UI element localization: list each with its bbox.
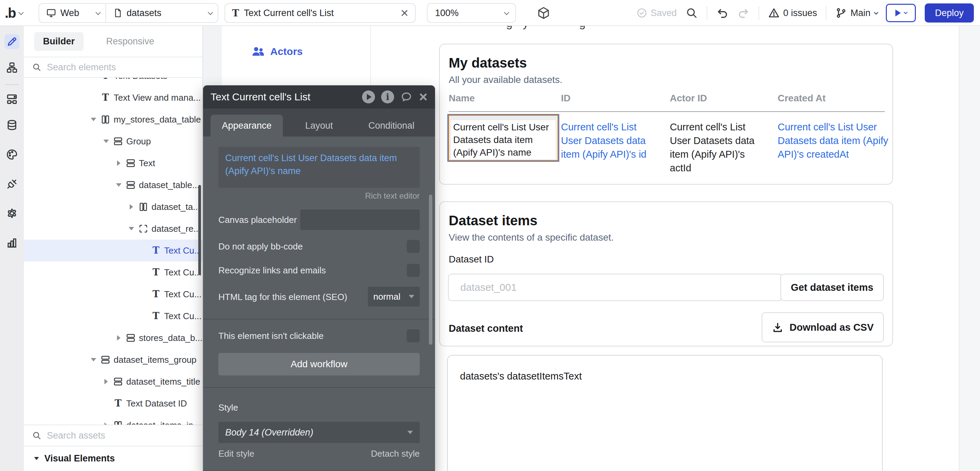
page-side-nav: Actors: [222, 26, 371, 85]
tree-item-dataset-items-group[interactable]: dataset_items_group: [24, 349, 202, 371]
text-expression-input[interactable]: Current cell's List User Datasets data i…: [218, 147, 420, 188]
tab-conditional[interactable]: Conditional: [355, 115, 428, 137]
canvas-placeholder-input[interactable]: [300, 210, 420, 230]
tree-item-label: dataset_table...: [139, 180, 200, 191]
chevron-right-icon[interactable]: [114, 161, 124, 166]
tree-item-text[interactable]: Text: [24, 152, 202, 174]
chevron-down-icon[interactable]: [101, 140, 111, 143]
text-element-icon: T: [149, 289, 163, 299]
columns-element-icon: [99, 115, 112, 124]
component-library-button[interactable]: [536, 3, 551, 23]
tree-item-dataset-ta[interactable]: dataset_ta...: [24, 196, 202, 218]
tree-item-stores-data-b[interactable]: stores_data_b...: [24, 327, 202, 349]
add-workflow-button[interactable]: Add workflow: [218, 353, 420, 376]
branch-label: Main: [850, 8, 870, 18]
chevron-right-icon[interactable]: [101, 379, 111, 384]
dataset-id-input[interactable]: [448, 274, 783, 301]
tree-item-group[interactable]: Group: [24, 130, 202, 152]
page-select[interactable]: datasets: [106, 4, 218, 22]
tree-item-label: dataset_items_group: [114, 355, 197, 365]
platform-select[interactable]: Web: [39, 4, 106, 22]
close-icon[interactable]: [419, 92, 428, 101]
property-editor-header[interactable]: Text Current cell's List i: [203, 85, 435, 108]
html-tag-select[interactable]: normal: [368, 287, 420, 307]
columns-element-icon: [137, 202, 150, 212]
tab-layout[interactable]: Layout: [283, 115, 355, 137]
undo-button[interactable]: [716, 7, 729, 19]
tree-item-label: my_stores_data_table: [114, 115, 201, 125]
text-element-icon: T: [232, 8, 239, 19]
chevron-down-icon[interactable]: [88, 358, 99, 361]
tree-item-my-stores-data-table[interactable]: my_stores_data_table: [24, 108, 202, 130]
visual-elements-section[interactable]: Visual Elements: [24, 446, 202, 470]
style-row: Style: [218, 400, 420, 415]
tree-item-dataset-items-in[interactable]: dataset_items_in...: [24, 414, 202, 425]
preview-button[interactable]: [886, 4, 916, 22]
style-select[interactable]: Body 14 (Overridden): [218, 422, 420, 443]
cell-created-at-text[interactable]: Current cell's List User Datasets data i…: [778, 120, 896, 161]
tab-responsive[interactable]: Responsive: [97, 32, 163, 51]
preview-play-icon[interactable]: [362, 91, 375, 103]
tree-item-dataset-re[interactable]: dataset_re...: [24, 218, 202, 240]
selected-text-cell-name[interactable]: Current cell's List User Datasets data i…: [448, 115, 558, 161]
cell-actor-id-text[interactable]: Current cell's List User Datasets data i…: [670, 120, 757, 175]
nav-item-actors[interactable]: Actors: [251, 46, 303, 57]
tree-item-text-cu[interactable]: TText Cu...: [24, 240, 202, 261]
detach-style-link[interactable]: Detach style: [371, 449, 420, 459]
recognize-links-checkbox[interactable]: [407, 264, 420, 277]
branch-select[interactable]: Main: [835, 7, 877, 19]
get-dataset-items-button[interactable]: Get dataset items: [780, 274, 884, 301]
rail-item-plugins[interactable]: [5, 177, 18, 191]
tree-item-text-cu[interactable]: TText Cu...: [24, 261, 202, 283]
chevron-right-icon[interactable]: [114, 335, 124, 341]
tree-item-text-cu[interactable]: TText Cu...: [24, 283, 202, 305]
tree-item-dataset-items-title[interactable]: dataset_items_title: [24, 371, 202, 393]
rail-item-styles[interactable]: [5, 148, 18, 161]
download-csv-button[interactable]: Download as CSV: [762, 312, 884, 342]
tab-appearance[interactable]: Appearance: [210, 115, 283, 137]
tab-builder[interactable]: Builder: [34, 32, 84, 51]
search-elements-input[interactable]: [47, 62, 194, 73]
rail-item-data[interactable]: [5, 119, 18, 132]
chevron-down-icon[interactable]: [88, 118, 99, 121]
cell-name-text: Current cell's List User Datasets data i…: [451, 120, 555, 159]
rich-text-editor-link[interactable]: Rich text editor: [218, 191, 420, 200]
top-toolbar: .b Web datasets T Text Current cell's L: [0, 0, 980, 26]
rail-item-workflows[interactable]: [6, 61, 18, 74]
not-clickable-checkbox[interactable]: [407, 329, 420, 342]
deploy-button[interactable]: Deploy: [925, 3, 974, 22]
zoom-select[interactable]: 100%: [427, 3, 516, 23]
save-status: Saved: [636, 8, 677, 18]
rail-item-settings[interactable]: [5, 207, 18, 220]
issues-button[interactable]: 0 issues: [768, 7, 817, 19]
close-tab-icon[interactable]: [401, 9, 408, 17]
search-assets-input[interactable]: [47, 430, 194, 441]
inspector-scrollbar[interactable]: [429, 194, 432, 345]
redo-button[interactable]: [737, 7, 750, 19]
page-icon: [113, 8, 123, 18]
tree-item-text-dataset-id[interactable]: TText Dataset ID: [24, 393, 202, 414]
divider: [203, 319, 435, 320]
search-button[interactable]: [686, 7, 698, 19]
bubble-logo-menu[interactable]: .b: [5, 3, 22, 23]
rail-item-design[interactable]: [5, 34, 19, 49]
chevron-down-icon[interactable]: [114, 183, 124, 187]
edit-style-link[interactable]: Edit style: [218, 449, 255, 459]
comment-icon[interactable]: [400, 91, 412, 103]
info-icon[interactable]: i: [381, 91, 394, 103]
chevron-right-icon[interactable]: [126, 204, 137, 210]
editor-icon-rail: [0, 26, 24, 471]
cell-id-text[interactable]: Current cell's List User Datasets data i…: [561, 120, 658, 161]
tree-item-text-view-and-mana[interactable]: TText View and mana...: [24, 87, 202, 108]
rail-item-logs[interactable]: [5, 236, 18, 249]
my-datasets-subtitle: All your available datasets.: [449, 75, 562, 85]
tree-item-dataset-table[interactable]: dataset_table...: [24, 174, 202, 196]
bb-code-checkbox[interactable]: [407, 240, 420, 253]
element-tab[interactable]: T Text Current cell's List: [224, 3, 415, 23]
tree-scrollbar[interactable]: [198, 185, 201, 275]
tree-item-label: Text Dataset ID: [126, 398, 187, 409]
tree-item-text-cu[interactable]: TText Cu...: [24, 305, 202, 327]
rail-item-backend[interactable]: [5, 93, 18, 106]
tree-item-text-datasets[interactable]: TText Datasets: [24, 78, 202, 87]
chevron-down-icon[interactable]: [126, 227, 137, 231]
